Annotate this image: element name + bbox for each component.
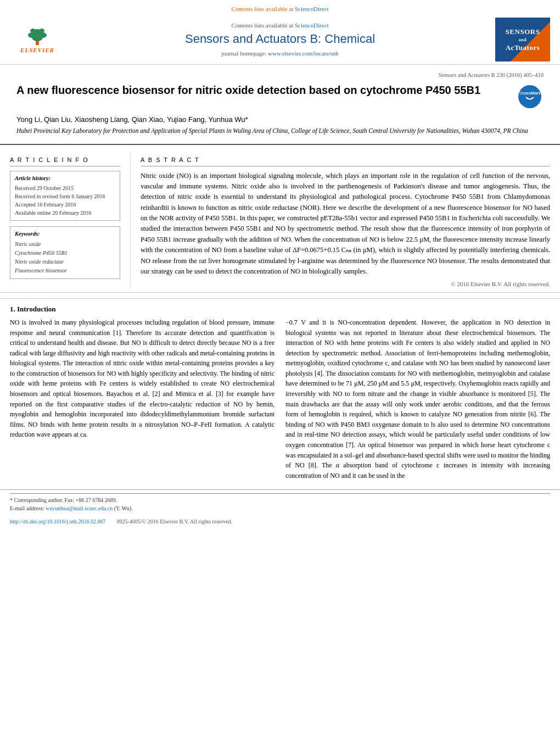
intro-section-title: 1. Introduction [10,304,550,314]
footnote-divider [10,493,550,494]
abstract-column: A B S T R A C T Nitric oxide (NO) is an … [131,152,550,289]
journal-homepage: journal homepage: www.elsevier.com/locat… [70,49,490,58]
revised-date: Received in revised form 6 January 2016 [15,192,115,200]
corresponding-author: * Corresponding author. Fax: +86 27 6784… [10,496,550,504]
intro-col-right: −0.7 V and it is NO-concentration depend… [285,317,550,484]
contents-available-text: Contents lists available at [231,5,294,12]
elsevier-logo: ELSEVIER [10,25,65,55]
sciencedirect-link[interactable]: ScienceDirect [295,5,329,12]
article-header: Sensors and Actuators B 230 (2016) 405–4… [0,65,560,145]
journal-title-center: Contents lists available at ScienceDirec… [65,21,495,58]
svg-text:CrossMark: CrossMark [519,91,540,96]
sensors-logo-line1: SENSORS [506,27,540,37]
svg-point-7 [520,87,540,107]
article-info-header: A R T I C L E I N F O [10,156,120,166]
email-label: E-mail address: [10,505,46,511]
keywords-label: Keywords: [15,230,115,238]
section-num: 1. [10,305,15,313]
keywords-block: Keywords: Nitric oxide Cytochrome P450 5… [10,226,120,279]
article-info-column: A R T I C L E I N F O Article history: R… [10,152,131,289]
section-name: Introduction [17,305,56,313]
article-title-row: A new fluorescence biosensor for nitric … [16,83,544,110]
section-divider [0,292,560,293]
homepage-url[interactable]: www.elsevier.com/locate/snb [268,50,339,57]
abstract-text: Nitric oxide (NO) is an important biolog… [141,171,550,277]
intro-left-text: NO is involved in many physiological pro… [10,317,275,440]
elsevier-tree-icon [24,25,51,46]
top-link-bar: Contents lists available at ScienceDirec… [0,3,560,15]
available-date: Available online 20 February 2016 [15,209,115,217]
sensors-logo-line2: AcTuators [506,43,540,53]
keyword-2: Cytochrome P450 55B1 [15,249,115,258]
svg-rect-0 [36,41,39,45]
email-suffix: (Y. Wu). [114,505,133,511]
doi-link[interactable]: http://dx.doi.org/10.1016/j.snb.2016.02.… [10,518,106,526]
abstract-header: A B S T R A C T [141,156,550,166]
intro-right-text: −0.7 V and it is NO-concentration depend… [285,317,550,481]
journal-main-title: Sensors and Actuators B: Chemical [70,31,490,48]
sciencedirect-link-2[interactable]: ScienceDirect [295,22,329,29]
sensors-logo-and: and [519,37,527,43]
crossmark-icon: CrossMark [518,85,541,108]
accepted-date: Accepted 16 February 2016 [15,200,115,209]
contents-text: Contents lists available at [231,22,294,29]
keyword-4: Fluorescence biosensor [15,266,115,275]
article-title: A new fluorescence biosensor for nitric … [16,83,516,97]
intro-two-col: NO is involved in many physiological pro… [10,317,550,484]
homepage-pre: journal homepage: [221,50,268,57]
issn-line: 0925-4005/© 2016 Elsevier B.V. All right… [117,518,232,526]
keyword-3: Nitric oxide reductase [15,258,115,266]
svg-point-6 [39,29,44,33]
keyword-1: Nitric oxide [15,240,115,249]
elsevier-name: ELSEVIER [20,46,54,54]
authors-line: Yong Li, Qian Liu, Xiaosheng Liang, Qian… [16,115,544,125]
article-history-block: Article history: Received 29 October 201… [10,171,120,221]
crossmark-logo[interactable]: CrossMark [516,83,544,110]
email-line: E-mail address: wuyunhua@mail.scuec.edu.… [10,504,550,512]
intro-col-left: NO is involved in many physiological pro… [10,317,275,484]
contents-line: Contents lists available at ScienceDirec… [70,21,490,30]
email-link[interactable]: wuyunhua@mail.scuec.edu.cn [46,505,113,511]
svg-point-5 [30,29,36,33]
copyright-line: © 2016 Elsevier B.V. All rights reserved… [141,280,550,288]
history-label: Article history: [15,175,115,183]
abstract-body: Nitric oxide (NO) is an important biolog… [141,172,550,275]
affiliation-line: Hubei Provincial Key Laboratory for Prot… [16,127,544,135]
header-main: ELSEVIER Contents lists available at Sci… [0,15,560,65]
header: Contents lists available at ScienceDirec… [0,0,560,65]
article-info-abstract: A R T I C L E I N F O Article history: R… [0,152,560,289]
main-content: 1. Introduction NO is involved in many p… [0,298,560,490]
bottom-bar: http://dx.doi.org/10.1016/j.snb.2016.02.… [0,516,560,528]
footnotes: * Corresponding author. Fax: +86 27 6784… [0,489,560,516]
sensors-actuators-logo: SENSORS and AcTuators [495,18,550,62]
journal-ref: Sensors and Actuators B 230 (2016) 405–4… [16,71,544,80]
received-date: Received 29 October 2015 [15,184,115,192]
